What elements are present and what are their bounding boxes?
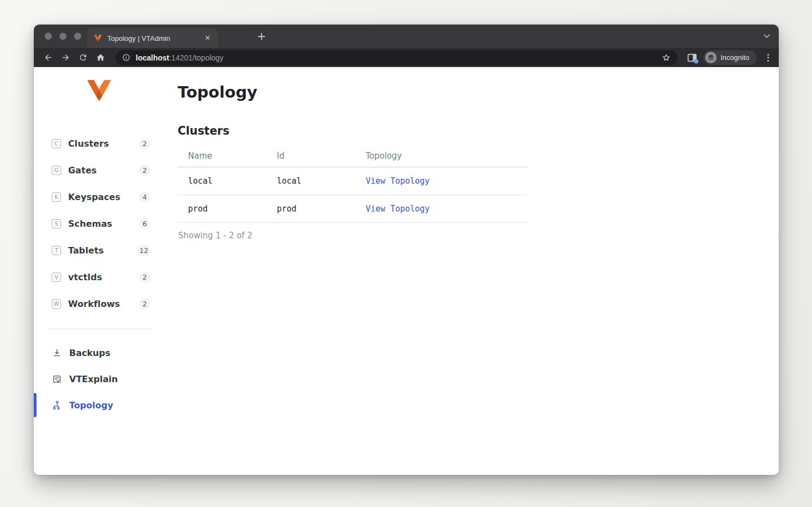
tab-title: Topology | VTAdmin [107,34,198,43]
sidebar-item-label: Topology [69,400,113,411]
tablets-letter-icon: T [52,246,61,255]
count-badge: 2 [139,271,150,283]
topology-icon [52,400,62,411]
sidebar-item-gates[interactable]: G Gates 2 [34,162,169,178]
page-content: C Clusters 2 G Gates 2 K Keyspaces 4 [34,67,779,475]
new-tab-button[interactable] [256,31,268,43]
count-badge: 2 [139,165,150,176]
sidebar-item-label: Backups [69,348,110,358]
sidebar-item-label: Keyspaces [68,192,120,202]
clusters-letter-icon: C [52,139,61,148]
browser-menu-button[interactable] [763,52,772,63]
sidebar-item-label: Tablets [68,245,104,256]
sidebar-item-clusters[interactable]: C Clusters 2 [34,136,169,151]
table-row: prod prod View Topology [178,195,527,223]
vtctlds-letter-icon: V [52,273,61,282]
download-icon [52,348,62,358]
window-controls [45,33,81,40]
count-badge: 2 [139,138,150,149]
column-header-id: Id [266,151,355,167]
gates-letter-icon: G [52,166,61,175]
home-button[interactable] [93,51,107,65]
sidebar-item-topology[interactable]: Topology [34,397,169,413]
sidebar-item-tablets[interactable]: T Tablets 12 [34,243,169,258]
forward-button[interactable] [58,51,72,65]
view-topology-link[interactable]: View Topology [366,204,429,214]
sidebar-divider [48,329,152,329]
browser-toolbar: localhost:14201/topology [34,48,779,67]
url-path: :14201/topology [169,53,223,62]
keyspaces-letter-icon: K [52,192,61,202]
table-header-row: Name Id Topology [178,151,527,167]
cluster-id-cell: local [266,167,355,195]
sidebar-item-label: Clusters [68,138,109,149]
sidebar-item-vtexplain[interactable]: VTExplain [34,371,169,387]
main-content: Topology Clusters Name Id Topology local [169,67,779,475]
close-window-button[interactable] [45,33,52,40]
sidebar: C Clusters 2 G Gates 2 K Keyspaces 4 [34,67,169,475]
count-badge: 2 [139,298,150,310]
sidebar-item-label: vtctlds [68,272,102,282]
page-title: Topology [178,83,779,101]
column-header-name: Name [178,151,266,167]
vitess-favicon [94,34,102,42]
tab-close-icon[interactable]: ✕ [203,33,213,43]
count-badge: 6 [139,218,150,230]
cluster-id-cell: prod [266,195,355,223]
sidebar-item-keyspaces[interactable]: K Keyspaces 4 [34,189,169,204]
sidebar-item-schemas[interactable]: S Schemas 6 [34,216,169,231]
cluster-topology-cell: View Topology [355,195,527,223]
count-badge: 12 [137,245,150,256]
browser-window: Topology | VTAdmin ✕ [34,25,779,475]
view-topology-link[interactable]: View Topology [366,176,429,186]
sidebar-item-label: Workflows [68,299,120,309]
side-panel-button[interactable] [686,52,698,64]
count-badge: 4 [139,191,150,203]
cluster-name-cell: local [178,167,266,195]
workflows-letter-icon: W [52,299,61,309]
vitess-logo[interactable] [87,79,112,102]
sidebar-item-label: VTExplain [69,374,118,384]
cluster-topology-cell: View Topology [355,167,527,195]
minimize-window-button[interactable] [59,33,66,40]
sidebar-item-workflows[interactable]: W Workflows 2 [34,296,169,311]
zoom-window-button[interactable] [74,33,81,40]
browser-tab[interactable]: Topology | VTAdmin ✕ [87,28,218,48]
url-text: localhost:14201/topology [136,53,223,62]
reload-button[interactable] [76,51,90,65]
schemas-letter-icon: S [52,219,61,228]
active-indicator [34,393,37,417]
incognito-badge: Incognito [704,50,757,65]
table-row: local local View Topology [178,167,527,195]
incognito-icon [705,52,717,63]
clusters-table: Name Id Topology local local View Topolo… [178,151,527,223]
sidebar-item-label: Schemas [68,219,112,229]
sidebar-item-backups[interactable]: Backups [34,345,169,360]
sidebar-item-label: Gates [68,165,96,176]
sidebar-item-vtctlds[interactable]: V vtctlds 2 [34,269,169,285]
cluster-name-cell: prod [178,195,266,223]
tab-search-chevron-icon[interactable] [762,32,771,40]
sidebar-tools: Backups VTExplain [34,345,169,413]
address-bar[interactable]: localhost:14201/topology [116,50,677,65]
incognito-label: Incognito [720,53,749,62]
site-info-icon[interactable] [122,53,130,62]
url-host: localhost [136,53,169,62]
sidebar-nav: C Clusters 2 G Gates 2 K Keyspaces 4 [34,136,169,311]
bookmark-star-icon[interactable] [662,53,671,62]
side-panel-blue-dot [694,59,699,64]
tab-strip: Topology | VTAdmin ✕ [34,25,779,48]
back-button[interactable] [41,51,55,65]
clusters-section-title: Clusters [178,124,779,137]
document-check-icon [52,374,62,384]
column-header-topology: Topology [355,151,527,167]
pagination-status: Showing 1 - 2 of 2 [178,231,779,240]
